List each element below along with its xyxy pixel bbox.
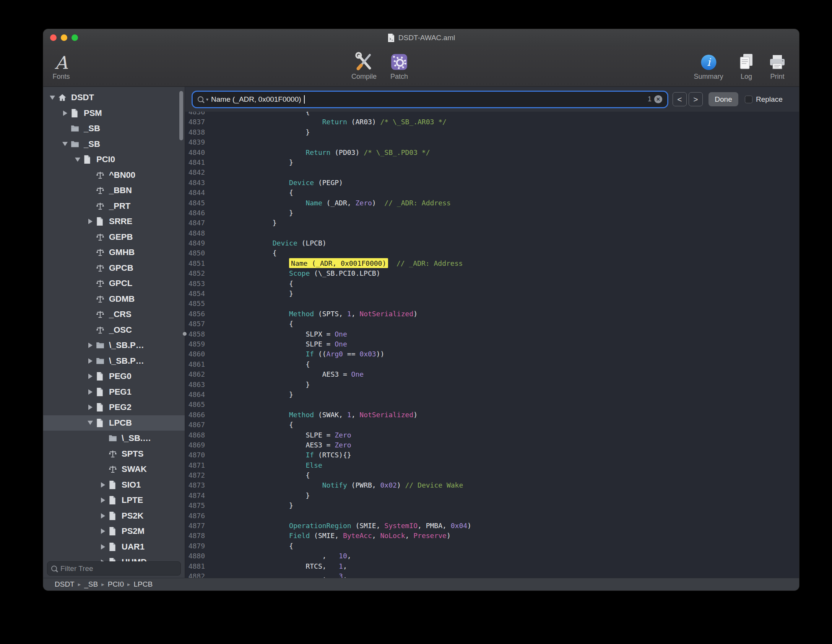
breadcrumb-item-sb[interactable]: _SB bbox=[84, 580, 98, 589]
minimize-button[interactable] bbox=[61, 34, 67, 41]
disclosure-triangle-icon[interactable] bbox=[85, 405, 96, 410]
tree-item-peg0[interactable]: PEG0 bbox=[43, 369, 185, 384]
code-text: , 10, bbox=[209, 551, 351, 561]
line-number: 4864 bbox=[185, 390, 209, 400]
line-number: 4858 bbox=[185, 329, 209, 339]
tree-item-sio1[interactable]: SIO1 bbox=[43, 477, 185, 493]
tree-item-gepb[interactable]: GEPB bbox=[43, 229, 185, 245]
code-line: 4881 RTCS, 1, bbox=[185, 561, 799, 571]
log-button[interactable]: Log bbox=[737, 49, 756, 81]
tree-item-bn00[interactable]: ^BN00 bbox=[43, 168, 185, 183]
compile-button[interactable]: Compile bbox=[351, 49, 377, 81]
code-text: If ((Arg0 == 0x03)) bbox=[209, 349, 384, 359]
zoom-button[interactable] bbox=[72, 34, 78, 41]
line-number: 4839 bbox=[185, 137, 209, 147]
print-button[interactable]: Print bbox=[768, 49, 787, 81]
tree-item-peg2[interactable]: PEG2 bbox=[43, 400, 185, 415]
tree-item-dsdt[interactable]: DSDT bbox=[43, 90, 185, 106]
disclosure-triangle-icon[interactable] bbox=[85, 389, 96, 395]
tree-item-label: GPCL bbox=[109, 278, 132, 288]
tree-item-prt[interactable]: _PRT bbox=[43, 198, 185, 214]
breadcrumb-item-dsdt[interactable]: DSDT bbox=[55, 580, 75, 589]
summary-button[interactable]: i Summary bbox=[694, 49, 723, 81]
disclosure-triangle-icon[interactable] bbox=[98, 482, 108, 488]
tree-item-swak[interactable]: SWAK bbox=[43, 462, 185, 477]
patch-button[interactable]: Patch bbox=[390, 49, 409, 81]
chevron-down-icon[interactable]: ▾ bbox=[206, 97, 208, 102]
disclosure-triangle-icon[interactable] bbox=[60, 142, 70, 146]
find-input[interactable]: ▾ Name (_ADR, 0x001F0000) 1 ✕ bbox=[193, 92, 667, 107]
code-line: 4868 SLPE = Zero bbox=[185, 430, 799, 440]
disclosure-triangle-icon[interactable] bbox=[72, 158, 83, 162]
tree-item-lpcb[interactable]: LPCB bbox=[43, 415, 185, 431]
line-number: 4879 bbox=[185, 541, 209, 551]
code-line: 4875 } bbox=[185, 501, 799, 511]
tree-item-psm[interactable]: PSM bbox=[43, 106, 185, 121]
tree-item-pci0[interactable]: PCI0 bbox=[43, 152, 185, 168]
code-line: 4846 } bbox=[185, 208, 799, 218]
tree-item-gpcl[interactable]: GPCL bbox=[43, 276, 185, 291]
breadcrumb-separator-icon: ▸ bbox=[124, 581, 134, 588]
tree-item-crs[interactable]: _CRS bbox=[43, 307, 185, 322]
tree-item-gmhb[interactable]: GMHB bbox=[43, 245, 185, 260]
tree-item-uar1[interactable]: UAR1 bbox=[43, 539, 185, 555]
disclosure-triangle-icon[interactable] bbox=[98, 529, 108, 534]
line-number: 4881 bbox=[185, 561, 209, 571]
tree-item-ps2k[interactable]: PS2K bbox=[43, 508, 185, 524]
fonts-icon: A bbox=[55, 49, 67, 72]
tree-item-label: _CRS bbox=[109, 309, 132, 319]
tree-item-sbp[interactable]: \_SB.P… bbox=[43, 353, 185, 369]
breadcrumb-item-lpcb[interactable]: LPCB bbox=[134, 580, 153, 589]
disclosure-triangle-icon[interactable] bbox=[47, 96, 58, 100]
code-text: Name (_ADR, Zero) // _ADR: Address bbox=[209, 198, 451, 208]
disclosure-triangle-icon[interactable] bbox=[98, 513, 108, 519]
replace-checkbox[interactable] bbox=[745, 96, 752, 103]
fonts-button[interactable]: A Fonts bbox=[52, 49, 70, 81]
folder-icon bbox=[70, 124, 81, 133]
done-button[interactable]: Done bbox=[708, 92, 738, 106]
code-text: { bbox=[209, 319, 293, 329]
tree-item-gdmb[interactable]: GDMB bbox=[43, 291, 185, 307]
disclosure-triangle-icon[interactable] bbox=[85, 374, 96, 379]
disclosure-triangle-icon[interactable] bbox=[60, 111, 70, 116]
code-text: } bbox=[209, 127, 310, 137]
disclosure-triangle-icon[interactable] bbox=[85, 421, 96, 425]
tree-item-bbn[interactable]: _BBN bbox=[43, 183, 185, 198]
tree-item-gpcb[interactable]: GPCB bbox=[43, 260, 185, 276]
tree-item-sb[interactable]: _SB bbox=[43, 137, 185, 152]
line-number: 4874 bbox=[185, 491, 209, 501]
disclosure-triangle-icon[interactable] bbox=[85, 219, 96, 224]
disclosure-triangle-icon[interactable] bbox=[98, 498, 108, 503]
line-number: 4849 bbox=[185, 238, 209, 248]
disclosure-triangle-icon[interactable] bbox=[85, 358, 96, 364]
code-text: Name (_ADR, 0x001F0000) // _ADR: Address bbox=[209, 259, 463, 268]
line-number: 4841 bbox=[185, 158, 209, 168]
breadcrumb-item-pci0[interactable]: PCI0 bbox=[108, 580, 124, 589]
code-line: 4838 } bbox=[185, 127, 799, 137]
tree-item-sb[interactable]: _SB bbox=[43, 121, 185, 137]
tree-item-sbp[interactable]: \_SB.P… bbox=[43, 338, 185, 353]
tree-item-peg1[interactable]: PEG1 bbox=[43, 384, 185, 400]
tree-item-sb[interactable]: \_SB.… bbox=[43, 431, 185, 446]
line-number: 4870 bbox=[185, 450, 209, 460]
close-button[interactable] bbox=[50, 34, 57, 41]
find-next-button[interactable]: > bbox=[689, 92, 703, 106]
split-handle[interactable] bbox=[183, 332, 187, 336]
filter-tree-field[interactable]: Filter Tree bbox=[47, 561, 181, 576]
line-number: 4840 bbox=[185, 148, 209, 158]
method-icon bbox=[96, 294, 106, 304]
clear-search-button[interactable]: ✕ bbox=[654, 95, 662, 103]
title-bar[interactable]: DSDT-AWAC.aml bbox=[43, 29, 799, 47]
tree-item-spts[interactable]: SPTS bbox=[43, 446, 185, 462]
tree-item-osc[interactable]: _OSC bbox=[43, 322, 185, 338]
document-icon bbox=[96, 418, 106, 428]
tree-item-label: _SB bbox=[84, 124, 100, 133]
disclosure-triangle-icon[interactable] bbox=[98, 544, 108, 550]
code-editor[interactable]: 4836 {4837 Return (AR03) /* \_SB_.AR03 *… bbox=[185, 112, 799, 578]
find-previous-button[interactable]: < bbox=[673, 92, 687, 106]
tree-item-lpte[interactable]: LPTE bbox=[43, 493, 185, 508]
tree-item-srre[interactable]: SRRE bbox=[43, 214, 185, 229]
sidebar-scrollbar-thumb[interactable] bbox=[179, 91, 183, 140]
tree-item-ps2m[interactable]: PS2M bbox=[43, 524, 185, 539]
disclosure-triangle-icon[interactable] bbox=[85, 343, 96, 348]
